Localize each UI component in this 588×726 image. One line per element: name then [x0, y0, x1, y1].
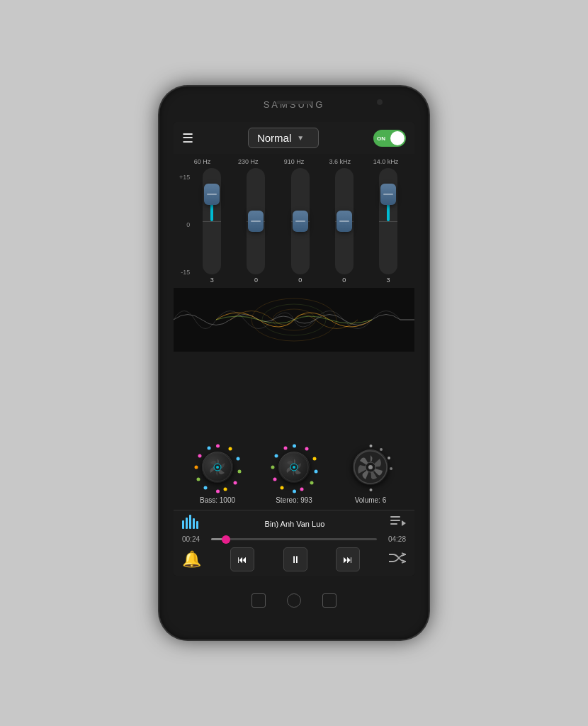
svg-rect-44 [189, 515, 191, 529]
svg-point-13 [194, 466, 198, 469]
home-nav-button[interactable] [287, 593, 301, 608]
db-labels: +15 0 -15 [179, 168, 190, 281]
db-plus15: +15 [179, 174, 190, 181]
svg-point-21 [312, 457, 316, 461]
phone-top-bar: SAMSUNG [159, 86, 429, 122]
slider-track-4[interactable] [335, 168, 354, 274]
db-minus15: -15 [179, 269, 190, 276]
svg-point-7 [237, 470, 241, 474]
freq-label-3: 910 Hz [276, 158, 312, 165]
player-top-row: Bin) Anh Van Luo [182, 515, 406, 532]
svg-point-27 [273, 478, 276, 481]
bass-knob-ring[interactable] [191, 440, 244, 493]
slider-track-3[interactable] [291, 168, 310, 274]
knobs-section: Bass: 1000 [174, 352, 414, 510]
slider-thumb-5[interactable] [380, 184, 396, 205]
slider-thumb-2[interactable] [248, 211, 264, 232]
svg-point-25 [293, 490, 296, 493]
svg-point-10 [216, 490, 220, 493]
eq-section: 60 Hz 230 Hz 910 Hz 3.6 kHz 14.0 kHz +15… [174, 154, 414, 288]
svg-point-18 [216, 466, 219, 469]
bass-knob-svg [202, 452, 233, 483]
svg-point-22 [314, 470, 317, 474]
freq-label-5: 14.0 kHz [368, 158, 404, 165]
bass-knob-inner[interactable] [202, 452, 233, 483]
slider-val-4: 0 [342, 277, 346, 284]
svg-point-26 [280, 486, 283, 490]
prev-button[interactable]: ⏮ [230, 547, 254, 571]
svg-point-8 [233, 481, 237, 485]
svg-point-14 [198, 454, 201, 458]
time-total: 04:28 [381, 535, 406, 543]
controls-row: 🔔 ⏮ ⏸ ⏭ [182, 547, 406, 571]
progress-thumb[interactable] [222, 535, 230, 544]
front-camera [377, 99, 383, 105]
progress-track[interactable] [211, 538, 377, 540]
shuffle-icon[interactable] [389, 552, 406, 568]
eq-slider-60hz: 3 [191, 168, 232, 284]
notification-icon[interactable]: 🔔 [182, 550, 201, 569]
waveform-section [174, 288, 414, 352]
db-zero: 0 [179, 221, 190, 228]
phone-bottom-nav [159, 576, 429, 625]
freq-label-2: 230 Hz [230, 158, 266, 165]
volume-knob-inner[interactable] [353, 449, 388, 485]
svg-rect-49 [390, 523, 397, 525]
visualizer-icon[interactable] [182, 515, 199, 532]
slider-val-1: 3 [210, 277, 214, 284]
slider-track-1[interactable] [203, 168, 221, 274]
player-bar: Bin) Anh Van Luo 00:24 04: [174, 510, 414, 576]
recent-nav-button[interactable] [322, 593, 337, 608]
svg-point-37 [390, 467, 392, 470]
next-button[interactable]: ⏭ [336, 547, 360, 571]
eq-toggle[interactable]: ON [373, 130, 406, 147]
svg-rect-46 [196, 521, 198, 529]
eq-freq-labels: 60 Hz 230 Hz 910 Hz 3.6 kHz 14.0 kHz [179, 158, 409, 165]
track-name: Bin) Anh Van Luo [265, 520, 325, 528]
back-nav-button[interactable] [251, 593, 266, 608]
svg-rect-48 [390, 520, 400, 521]
eq-slider-910hz: 0 [280, 168, 321, 284]
slider-thumb-1[interactable] [204, 184, 220, 205]
progress-bar-row: 00:24 04:28 [182, 535, 406, 543]
speaker [276, 101, 312, 104]
app-header: ☰ Normal ▼ ON [174, 122, 414, 154]
svg-point-28 [271, 466, 274, 469]
dropdown-arrow: ▼ [297, 134, 304, 142]
svg-point-12 [196, 478, 200, 481]
slider-track-5[interactable] [379, 168, 397, 274]
preset-dropdown[interactable]: Normal ▼ [248, 128, 319, 148]
svg-rect-43 [186, 518, 188, 529]
bass-knob-col: Bass: 1000 [191, 440, 244, 504]
slider-thumb-3[interactable] [293, 211, 308, 232]
toggle-knob [390, 131, 405, 145]
svg-point-29 [274, 454, 278, 458]
svg-point-15 [207, 447, 210, 450]
time-current: 00:24 [182, 535, 207, 543]
svg-point-24 [300, 488, 303, 491]
slider-val-2: 0 [254, 277, 258, 284]
volume-knob-ring[interactable] [344, 440, 397, 493]
svg-point-34 [369, 445, 372, 447]
slider-track-2[interactable] [247, 168, 265, 274]
sliders-container: 3 0 [191, 168, 409, 284]
svg-point-33 [293, 466, 295, 469]
stereo-knob-inner[interactable] [278, 452, 310, 483]
svg-point-9 [223, 488, 227, 491]
svg-point-41 [368, 465, 373, 469]
playlist-icon[interactable] [390, 516, 406, 532]
svg-point-4 [216, 445, 220, 448]
menu-button[interactable]: ☰ [182, 130, 193, 146]
eq-slider-3k6hz: 0 [324, 168, 365, 284]
volume-knob-svg [353, 449, 388, 485]
slider-thumb-4[interactable] [337, 211, 352, 232]
svg-point-5 [228, 447, 232, 451]
freq-label-1: 60 Hz [184, 158, 220, 165]
svg-rect-47 [390, 516, 400, 518]
stereo-knob-ring[interactable] [268, 440, 321, 493]
svg-rect-42 [182, 520, 184, 529]
eq-sliders-area: +15 0 -15 3 [179, 168, 409, 284]
svg-point-11 [203, 486, 207, 490]
pause-button[interactable]: ⏸ [283, 547, 307, 571]
svg-point-30 [283, 447, 287, 450]
